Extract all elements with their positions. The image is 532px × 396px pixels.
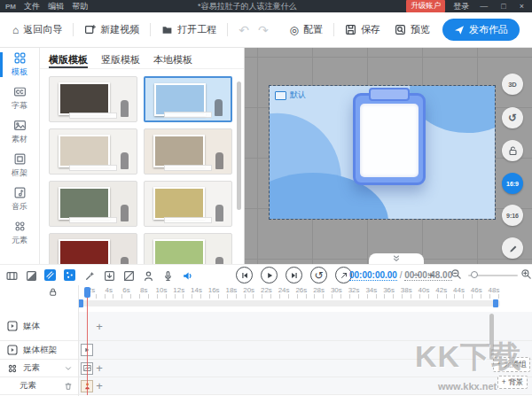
login-button[interactable]: 登录 xyxy=(453,1,469,12)
track-lane-element[interactable]: + xyxy=(79,360,532,377)
config-button[interactable]: ◎ 配置 xyxy=(290,23,323,36)
track-header-media[interactable]: 媒体 xyxy=(0,312,78,341)
play-box-icon xyxy=(7,345,18,355)
play-box-icon xyxy=(7,321,18,331)
collapse-chevron-icon[interactable] xyxy=(64,364,73,373)
media-strip-icon[interactable] xyxy=(5,269,18,282)
upgrade-account-button[interactable]: 升级账户 xyxy=(406,0,445,12)
sidebar-label: 元素 xyxy=(12,235,27,246)
magic-wand-icon[interactable] xyxy=(83,269,96,282)
canvas-stage[interactable]: 默认 xyxy=(270,86,495,219)
add-element-group-button[interactable]: + 元素组 xyxy=(493,357,530,372)
publish-button[interactable]: 发布作品 xyxy=(442,19,520,41)
add-media-button[interactable]: + xyxy=(93,320,106,332)
sidebar-label: 框架 xyxy=(12,167,27,179)
template-panel-scrollbar[interactable] xyxy=(237,82,241,210)
thumbnail-caption xyxy=(69,165,118,171)
lock-button[interactable] xyxy=(502,140,523,161)
skip-to-start-button[interactable] xyxy=(236,267,253,283)
track-lane-element-child[interactable]: + xyxy=(79,377,532,395)
new-video-icon xyxy=(84,24,96,35)
new-video-button[interactable]: 新建视频 xyxy=(84,23,139,36)
microphone-icon[interactable] xyxy=(161,269,174,282)
tab-vertical-template[interactable]: 竖版模板 xyxy=(101,53,140,68)
rotate-icon: ↺ xyxy=(508,112,517,124)
magnifier-minus-icon[interactable] xyxy=(450,268,462,280)
add-background-button[interactable]: + 背景 xyxy=(497,376,528,389)
magnifier-plus-icon[interactable] xyxy=(520,268,532,280)
clipboard-graphic[interactable] xyxy=(353,93,426,185)
template-thumbnail-smartwatch[interactable] xyxy=(144,181,232,227)
template-thumbnail-kitchen-microwave[interactable] xyxy=(144,128,232,175)
open-project-button[interactable]: 打开工程 xyxy=(161,23,216,36)
ratio-16-9-button[interactable]: 16:9 xyxy=(502,173,523,194)
toolbar-divider xyxy=(150,23,151,36)
tab-local-template[interactable]: 本地模板 xyxy=(153,53,192,68)
skip-to-end-button[interactable] xyxy=(286,267,302,283)
track-header-media-frame[interactable]: 媒体框架 xyxy=(0,341,78,360)
preview-magnifier-icon xyxy=(395,24,406,35)
rotate-button[interactable]: ↺ xyxy=(502,107,523,128)
ratio-9-16-button[interactable]: 9:16 xyxy=(502,205,523,226)
back-to-wizard-button[interactable]: ⌂ 返回向导 xyxy=(12,23,62,36)
template-thumbnail-doctor-clinic-blue[interactable] xyxy=(144,76,232,122)
menu-help[interactable]: 帮助 xyxy=(72,1,88,12)
ruler-tick: 4s xyxy=(106,286,113,294)
collapse-canvas-tab[interactable] xyxy=(369,253,424,264)
tracks-vertical-scrollbar[interactable] xyxy=(489,314,494,360)
sidebar-label: 模板 xyxy=(12,66,27,78)
zoom-out-time-button[interactable]: − xyxy=(413,268,420,282)
maximize-button[interactable]: □ xyxy=(498,2,508,11)
canvas-workspace: 默认 3D ↺ 16:9 9:16 xyxy=(244,48,532,264)
ruler-tick: 30s xyxy=(331,286,342,294)
sidebar-item-music[interactable]: 音乐 xyxy=(0,182,39,216)
character-icon[interactable] xyxy=(142,269,154,282)
timeline-scroll-handle-right[interactable] xyxy=(493,299,498,307)
track-row-media-frame: 媒体框架 xyxy=(0,341,532,360)
play-button[interactable] xyxy=(261,267,278,283)
sound-icon[interactable] xyxy=(181,269,193,282)
tab-horizontal-template[interactable]: 横版模板 xyxy=(49,53,88,68)
effect-active-icon[interactable] xyxy=(44,269,56,281)
lock-tracks-icon[interactable] xyxy=(48,287,58,297)
edit-button[interactable] xyxy=(502,237,523,259)
menu-edit[interactable]: 编辑 xyxy=(48,1,64,12)
save-button[interactable]: 保存 xyxy=(345,23,380,36)
timeline-scrollbar[interactable] xyxy=(78,300,500,307)
track-lane-media[interactable]: + xyxy=(79,312,532,341)
preview-button[interactable]: 预览 xyxy=(395,23,430,36)
ruler-tick: 20s xyxy=(243,286,254,294)
sidebar-item-template[interactable]: 模板 xyxy=(0,48,39,82)
template-thumbnail-red-curtain-stage[interactable] xyxy=(49,233,137,264)
close-button[interactable]: × xyxy=(517,2,527,11)
timeline-zoom-handle[interactable] xyxy=(471,271,478,278)
track-header-element-child[interactable]: 元素 xyxy=(0,377,78,395)
sidebar-item-frame[interactable]: 框架 xyxy=(0,149,39,182)
import-box-icon[interactable] xyxy=(103,269,115,282)
template-thumbnail-green-window[interactable] xyxy=(144,233,232,264)
template-thumbnail-projector-food[interactable] xyxy=(49,128,137,175)
template-thumbnail-tv-landscape[interactable] xyxy=(49,181,137,227)
add-element-button[interactable]: + xyxy=(93,362,106,375)
menu-file[interactable]: 文件 xyxy=(24,1,40,12)
ruler-tick: 48s xyxy=(489,286,500,294)
mask-box-icon[interactable] xyxy=(122,269,135,282)
sidebar-item-material[interactable]: 素材 xyxy=(0,115,39,149)
replay-button[interactable]: ↺ xyxy=(310,267,327,283)
template-thumbnail-presenter-dark-photo[interactable] xyxy=(49,76,137,122)
zoom-in-time-button[interactable]: + xyxy=(427,268,434,282)
scene-transition-icon[interactable] xyxy=(25,269,37,282)
undo-icon[interactable]: ↶ xyxy=(239,25,249,35)
add-element-child-button[interactable]: + xyxy=(93,380,106,392)
sidebar-item-subtitle[interactable]: 字幕 xyxy=(0,82,39,115)
playhead-handle[interactable] xyxy=(84,287,90,298)
sidebar-item-element[interactable]: 元素 xyxy=(0,216,39,250)
track-lane-media-frame[interactable] xyxy=(79,341,532,360)
minimize-button[interactable]: — xyxy=(477,2,490,11)
animation-active-icon[interactable] xyxy=(64,269,75,281)
redo-icon[interactable]: ↷ xyxy=(258,25,269,35)
track-header-element[interactable]: 元素 xyxy=(0,360,78,377)
thumbnail-figure xyxy=(215,152,223,169)
trash-icon[interactable] xyxy=(64,382,73,391)
3d-button[interactable]: 3D xyxy=(502,74,523,95)
